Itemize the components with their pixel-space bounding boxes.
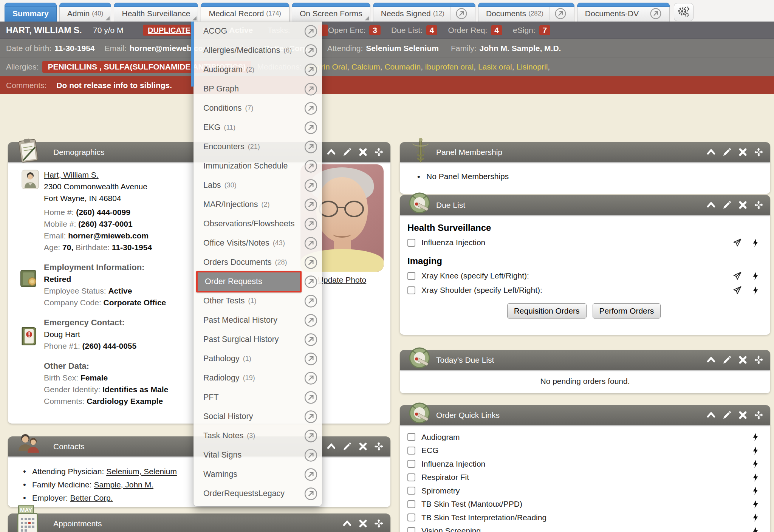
- medical-record-menu-item[interactable]: Office Visits/Notes (43): [194, 234, 322, 253]
- close-icon[interactable]: [358, 442, 368, 451]
- medication-item[interactable]: Lasix oral: [478, 62, 517, 71]
- collapse-icon[interactable]: [706, 147, 716, 157]
- menu-item-popout-button[interactable]: [304, 121, 318, 135]
- menu-item-popout-button[interactable]: [304, 294, 318, 308]
- edit-icon[interactable]: [342, 442, 352, 451]
- perform-now-icon[interactable]: [751, 500, 760, 509]
- nav-tab[interactable]: On Screen Forms: [292, 3, 370, 22]
- medical-record-menu-item[interactable]: Orders Documents (28): [194, 253, 322, 272]
- medical-record-menu-item[interactable]: Conditions (7): [194, 99, 322, 118]
- nav-tab[interactable]: Documents (282): [478, 3, 574, 22]
- perform-now-icon[interactable]: [751, 238, 760, 247]
- collapse-icon[interactable]: [342, 519, 352, 528]
- send-requisition-icon[interactable]: [732, 271, 742, 281]
- medication-item[interactable]: Calcium: [351, 62, 385, 71]
- send-requisition-icon[interactable]: [732, 238, 742, 247]
- checkbox[interactable]: [407, 527, 415, 532]
- collapse-icon[interactable]: [327, 147, 336, 157]
- menu-item-popout-button[interactable]: [304, 371, 318, 385]
- medical-record-menu-item[interactable]: Other Tests (1): [194, 291, 322, 311]
- menu-item-popout-button[interactable]: [304, 217, 318, 231]
- menu-item-popout-button[interactable]: [304, 467, 318, 481]
- menu-item-popout-button[interactable]: [304, 198, 318, 212]
- perform-now-icon[interactable]: [751, 432, 760, 442]
- medication-item[interactable]: Lisinopril: [516, 62, 550, 71]
- menu-item-popout-button[interactable]: [304, 178, 318, 192]
- patient-name-link[interactable]: Hart, William S.: [44, 170, 99, 179]
- update-photo-link[interactable]: Update Photo: [318, 275, 366, 284]
- menu-item-popout-button[interactable]: [304, 43, 318, 57]
- nav-tab[interactable]: Summary: [5, 3, 57, 22]
- medical-record-menu-item[interactable]: Past Surgical History: [194, 330, 322, 349]
- medical-record-menu-item[interactable]: Audiogram (2): [194, 60, 322, 79]
- perform-now-icon[interactable]: [751, 486, 760, 495]
- checkbox[interactable]: [407, 500, 415, 508]
- medical-record-menu-item[interactable]: Past Medical History: [194, 311, 322, 330]
- collapse-icon[interactable]: [706, 200, 716, 210]
- medical-record-menu-item[interactable]: EKG (11): [194, 118, 322, 137]
- move-icon[interactable]: [374, 442, 384, 451]
- medical-record-menu-item[interactable]: Vital Signs: [194, 445, 322, 465]
- close-icon[interactable]: [358, 519, 368, 528]
- menu-item-popout-button[interactable]: [304, 448, 318, 462]
- edit-icon[interactable]: [722, 200, 732, 210]
- medical-record-menu-item[interactable]: Observations/Flowsheets: [194, 214, 322, 234]
- edit-icon[interactable]: [342, 147, 352, 157]
- edit-icon[interactable]: [722, 355, 732, 365]
- close-icon[interactable]: [738, 147, 748, 157]
- collapse-icon[interactable]: [327, 442, 336, 451]
- perform-now-icon[interactable]: [751, 459, 760, 469]
- close-icon[interactable]: [738, 200, 748, 210]
- send-requisition-icon[interactable]: [732, 286, 742, 295]
- medical-record-menu-item[interactable]: Order Requests: [194, 272, 322, 291]
- medical-record-menu-item[interactable]: Allergies/Medications (6): [194, 41, 322, 60]
- perform-orders-button[interactable]: Perform Orders: [593, 303, 661, 319]
- checkbox[interactable]: [407, 487, 415, 495]
- nav-tab[interactable]: Admin (40): [59, 3, 111, 22]
- checkbox[interactable]: [407, 286, 415, 294]
- medical-record-menu-item[interactable]: Labs (30): [194, 176, 322, 195]
- header-counter[interactable]: Open Enc: 3: [328, 25, 381, 35]
- checkbox[interactable]: [407, 460, 415, 468]
- move-icon[interactable]: [374, 147, 384, 157]
- nav-tab[interactable]: Medical Record (174): [201, 3, 289, 22]
- tab-popout-button[interactable]: [450, 7, 467, 20]
- menu-item-popout-button[interactable]: [304, 24, 318, 38]
- checkbox[interactable]: [407, 239, 415, 247]
- perform-now-icon[interactable]: [751, 526, 760, 532]
- menu-item-popout-button[interactable]: [304, 275, 318, 289]
- edit-icon[interactable]: [722, 410, 732, 420]
- tab-popout-button[interactable]: [645, 7, 662, 20]
- duplicate-patient-badge[interactable]: DUPLICATE: [143, 25, 195, 36]
- close-icon[interactable]: [738, 355, 748, 365]
- checkbox[interactable]: [407, 473, 415, 481]
- menu-item-popout-button[interactable]: [304, 101, 318, 115]
- medical-record-menu-item[interactable]: Warnings: [194, 465, 322, 484]
- contact-link[interactable]: Sample, John M.: [94, 480, 153, 489]
- checkbox[interactable]: [407, 447, 415, 455]
- medical-record-menu-item[interactable]: Social History: [194, 407, 322, 426]
- move-icon[interactable]: [754, 147, 763, 157]
- move-icon[interactable]: [754, 355, 763, 365]
- medical-record-menu-item[interactable]: ACOG: [194, 22, 322, 41]
- nav-tab[interactable]: Needs Signed (12): [373, 3, 475, 22]
- menu-item-popout-button[interactable]: [304, 255, 318, 269]
- medical-record-menu-item[interactable]: BP Graph: [194, 79, 322, 99]
- menu-item-popout-button[interactable]: [304, 410, 318, 424]
- move-icon[interactable]: [754, 200, 763, 210]
- menu-item-popout-button[interactable]: [304, 140, 318, 154]
- medical-record-menu-item[interactable]: PFT: [194, 388, 322, 407]
- medical-record-menu-item[interactable]: OrderRequestsLegacy: [194, 484, 322, 503]
- perform-now-icon[interactable]: [751, 473, 760, 482]
- menu-item-popout-button[interactable]: [304, 332, 318, 346]
- close-icon[interactable]: [358, 147, 368, 157]
- medical-record-menu-item[interactable]: Pathology (1): [194, 349, 322, 368]
- requisition-orders-button[interactable]: Requisition Orders: [507, 303, 587, 319]
- medical-record-menu-item[interactable]: Immunization Schedule: [194, 156, 322, 176]
- medical-record-menu-item[interactable]: Encounters (21): [194, 137, 322, 156]
- perform-now-icon[interactable]: [751, 513, 760, 522]
- menu-item-popout-button[interactable]: [304, 487, 318, 501]
- move-icon[interactable]: [374, 519, 384, 528]
- menu-item-popout-button[interactable]: [304, 82, 318, 96]
- checkbox[interactable]: [407, 272, 415, 280]
